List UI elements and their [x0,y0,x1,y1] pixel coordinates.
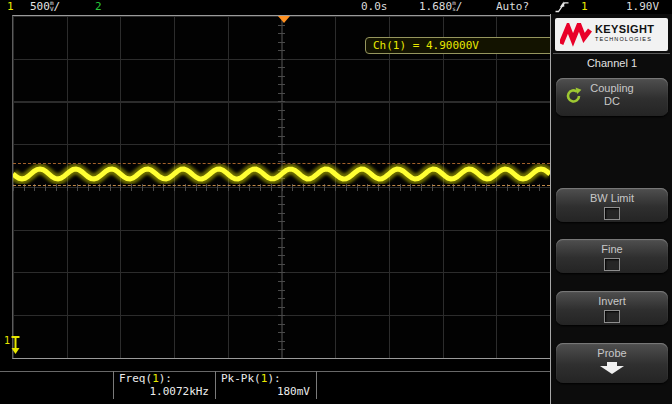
measurement-freq-value: 1.0072kHz [149,385,209,398]
ground-arrow-icon [11,336,21,355]
ch1-badge: 1 [7,0,14,13]
ch2-badge: 2 [95,0,102,13]
trigger-mode-readout: Auto? [496,0,529,13]
trigger-time-marker-icon [278,16,290,23]
rotate-knob-icon [565,87,582,106]
brand-subtitle: TECHNOLOGIES [595,36,654,43]
ch1-ground-marker: 1 [4,336,21,355]
measurement-strip-end-border [316,371,317,399]
timebase-readout: 1.680ms/ [419,0,462,13]
bw-limit-checkbox[interactable] [604,207,620,220]
menu-title: Channel 1 [551,57,672,69]
probe-label: Probe [556,343,668,360]
delay-readout: 0.0s [361,0,388,13]
trigger-level-readout: 1.90V [626,0,659,13]
measurement-pkpk-value: 180mV [277,385,310,398]
trigger-source-readout: 1 [581,0,588,13]
invert-softkey[interactable]: Invert [556,291,668,325]
panel-divider [553,53,670,54]
measurement-freq: Freq(1): 1.0072kHz [113,371,216,399]
oscilloscope-screen: 1 500mV/ 2 0.0s 1.680ms/ Auto? 1 1.90V C… [0,0,672,404]
keysight-logo: KEYSIGHT TECHNOLOGIES [555,18,668,51]
fine-checkbox[interactable] [604,258,620,271]
measurement-freq-label: Freq(1): [114,371,216,385]
measurement-pkpk: Pk-Pk(1): 180mV [215,371,317,399]
bw-limit-label: BW Limit [556,188,668,205]
keysight-spark-icon [560,23,592,47]
status-bar: 1 500mV/ 2 0.0s 1.680ms/ Auto? 1 1.90V [0,0,672,14]
invert-checkbox[interactable] [604,310,620,323]
graticule: Ch(1) = 4.90000V [12,15,551,359]
probe-softkey[interactable]: Probe [556,343,668,383]
fine-softkey[interactable]: Fine [556,239,668,273]
bw-limit-softkey[interactable]: BW Limit [556,188,668,222]
expand-arrow-down-icon [599,362,625,374]
brand-name: KEYSIGHT [595,23,654,36]
channel-readout-box: Ch(1) = 4.90000V [365,37,554,54]
fine-label: Fine [556,239,668,256]
measurement-pkpk-label: Pk-Pk(1): [216,371,317,385]
ch1-scale-readout: 500mV/ [30,0,60,13]
softkey-panel: KEYSIGHT TECHNOLOGIES Channel 1 Coupling… [550,14,672,404]
waveform-svg [13,16,550,358]
invert-label: Invert [556,291,668,308]
coupling-softkey[interactable]: Coupling DC [556,78,668,116]
